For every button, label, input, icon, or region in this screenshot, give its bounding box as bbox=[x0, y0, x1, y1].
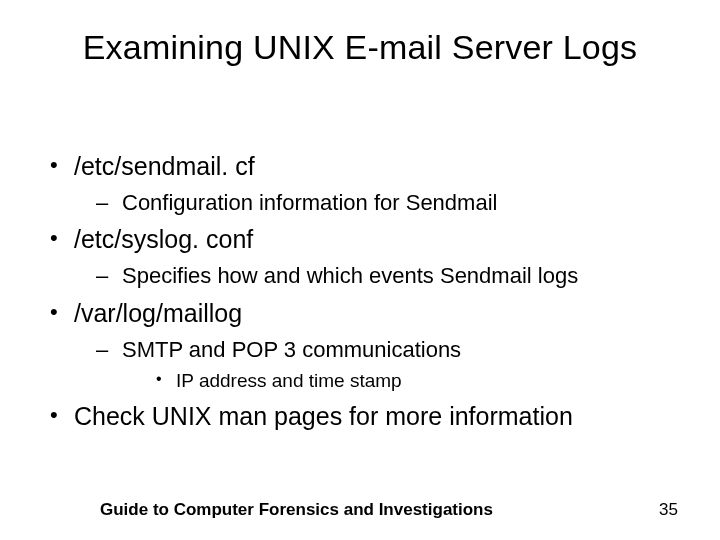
bullet-sublist: Configuration information for Sendmail bbox=[74, 188, 690, 218]
slide-body: /etc/sendmail. cf Configuration informat… bbox=[46, 150, 690, 436]
bullet-l2: Specifies how and which events Sendmail … bbox=[74, 261, 690, 291]
footer-text: Guide to Computer Forensics and Investig… bbox=[100, 500, 493, 519]
slide-title: Examining UNIX E-mail Server Logs bbox=[0, 28, 720, 67]
bullet-text: SMTP and POP 3 communications bbox=[122, 337, 461, 362]
slide-footer: Guide to Computer Forensics and Investig… bbox=[0, 500, 720, 520]
bullet-text: /etc/syslog. conf bbox=[74, 225, 253, 253]
bullet-text: Specifies how and which events Sendmail … bbox=[122, 263, 578, 288]
bullet-l1: Check UNIX man pages for more informatio… bbox=[46, 400, 690, 434]
bullet-l3: IP address and time stamp bbox=[122, 368, 690, 394]
bullet-l1: /var/log/maillog SMTP and POP 3 communic… bbox=[46, 297, 690, 394]
slide: Examining UNIX E-mail Server Logs /etc/s… bbox=[0, 0, 720, 540]
bullet-text: /etc/sendmail. cf bbox=[74, 152, 255, 180]
bullet-l2: Configuration information for Sendmail bbox=[74, 188, 690, 218]
bullet-l1: /etc/sendmail. cf Configuration informat… bbox=[46, 150, 690, 217]
bullet-text: Configuration information for Sendmail bbox=[122, 190, 497, 215]
bullet-sublist: SMTP and POP 3 communications IP address… bbox=[74, 335, 690, 394]
bullet-subsublist: IP address and time stamp bbox=[122, 368, 690, 394]
bullet-text: IP address and time stamp bbox=[176, 370, 402, 391]
bullet-sublist: Specifies how and which events Sendmail … bbox=[74, 261, 690, 291]
bullet-l2: SMTP and POP 3 communications IP address… bbox=[74, 335, 690, 394]
slide-number: 35 bbox=[659, 500, 678, 520]
bullet-text: /var/log/maillog bbox=[74, 299, 242, 327]
bullet-text: Check UNIX man pages for more informatio… bbox=[74, 402, 573, 430]
bullet-list: /etc/sendmail. cf Configuration informat… bbox=[46, 150, 690, 434]
bullet-l1: /etc/syslog. conf Specifies how and whic… bbox=[46, 223, 690, 290]
